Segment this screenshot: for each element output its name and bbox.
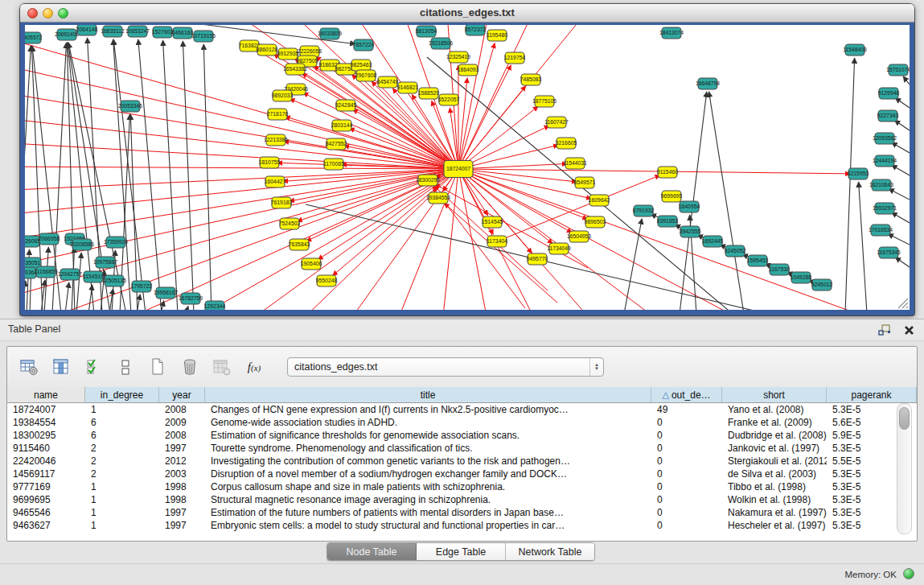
table-cell-year[interactable]: 1998 [159,480,205,493]
table-cell-name[interactable]: 18300295 [7,429,85,442]
column-header-year[interactable]: year [159,387,205,402]
table-cell-short[interactable]: Franke et al. (2009) [722,416,827,429]
table-cell-out-de[interactable]: 0 [651,493,722,506]
table-cell-title[interactable]: Corpus callosum shape and size in male p… [205,480,651,493]
table-cell-name[interactable]: 19384554 [7,416,85,429]
table-cell-short[interactable]: de Silva et al. (2003) [722,468,827,480]
table-cell-year[interactable]: 1997 [159,506,205,519]
table-cell-year[interactable]: 2008 [159,429,205,442]
table-cell-year[interactable]: 1998 [159,493,205,506]
table-row[interactable]: 1938455462009Genome-wide association stu… [7,416,917,429]
new-table-icon[interactable] [147,357,168,377]
table-cell-year[interactable]: 2008 [159,403,205,416]
show-columns-icon[interactable] [51,357,72,377]
table-cell-short[interactable]: Stergiakouli et al. (2012) [722,455,827,468]
table-cell-out-de[interactable]: 49 [651,403,722,416]
window-titlebar[interactable]: citations_edges.txt [20,4,914,23]
table-scrollbar-thumb[interactable] [899,407,910,430]
function-builder-icon[interactable]: f(x) [244,357,265,377]
table-cell-name[interactable]: 9465546 [7,506,85,519]
table-cell-title[interactable]: Changes of HCN gene expression and I(f) … [205,403,651,416]
select-rows-icon[interactable] [83,357,104,377]
table-cell-title[interactable]: Investigating the contribution of common… [205,455,651,468]
table-cell-year[interactable]: 1997 [159,442,205,455]
column-header-short[interactable]: short [722,387,827,402]
memory-status-label: Memory: OK [844,570,897,579]
row-height-icon[interactable] [115,357,136,377]
table-row[interactable]: 911546021997Tourette syndrome. Phenomeno… [7,442,917,455]
table-cell-short[interactable]: Hescheler et al. (1997) [722,519,827,532]
network-graph[interactable]: 1872400771638228860128891293522226058982… [25,25,910,310]
table-cell-name[interactable]: 9777169 [7,480,85,493]
table-cell-title[interactable]: Estimation of the future numbers of pati… [205,506,651,519]
table-cell-year[interactable]: 2012 [159,455,205,468]
table-cell-name[interactable]: 9699695 [7,493,85,506]
close-panel-icon[interactable] [901,323,916,337]
table-scrollbar[interactable] [897,403,912,534]
tab-edge-table[interactable]: Edge Table [417,543,506,560]
table-cell-title[interactable]: Estimation of significance thresholds fo… [205,429,651,442]
network-canvas[interactable]: 1872400771638228860128891293522226058982… [25,25,910,310]
canvas-resize-grip[interactable] [898,299,908,308]
table-cell-short[interactable]: Wolkin et al. (1998) [722,493,827,506]
table-row[interactable]: 977716911998Corpus callosum shape and si… [7,480,917,493]
table-cell-name[interactable]: 14569117 [7,468,85,480]
table-cell-out-de[interactable]: 0 [651,506,722,519]
table-cell-short[interactable]: Tibbo et al. (1998) [722,480,827,493]
column-header-pagerank[interactable]: pagerank [827,387,917,402]
table-cell-in-degree[interactable]: 1 [85,506,159,519]
table-cell-in-degree[interactable]: 1 [85,480,159,493]
table-cell-title[interactable]: Tourette syndrome. Phenomenology and cla… [205,442,651,455]
table-cell-year[interactable]: 2003 [159,468,205,480]
column-header-in-degree[interactable]: in_degree [85,387,159,402]
table-row[interactable]: 1456911722003Disruption of a novel membe… [7,468,917,480]
table-cell-out-de[interactable]: 0 [651,442,722,455]
table-row[interactable]: 1872400712008Changes of HCN gene express… [7,403,917,416]
table-cell-out-de[interactable]: 0 [651,468,722,480]
table-cell-in-degree[interactable]: 1 [85,403,159,416]
table-cell-short[interactable]: Jankovic et al. (1997) [722,442,827,455]
column-header-title[interactable]: title [205,387,651,402]
table-cell-name[interactable]: 22420046 [7,455,85,468]
table-cell-short[interactable]: Nakamura et al. (1997) [722,506,827,519]
table-cell-year[interactable]: 1997 [159,519,205,532]
table-cell-title[interactable]: Embryonic stem cells: a model to study s… [205,519,651,532]
table-cell-short[interactable]: Yano et al. (2008) [722,403,827,416]
table-cell-in-degree[interactable]: 6 [85,429,159,442]
table-cell-name[interactable]: 9463627 [7,519,85,532]
table-row[interactable]: 969969511998Structural magnetic resonanc… [7,493,917,506]
table-cell-in-degree[interactable]: 2 [85,455,159,468]
table-cell-in-degree[interactable]: 2 [85,468,159,480]
table-cell-out-de[interactable]: 0 [651,429,722,442]
table-cell-in-degree[interactable]: 1 [85,519,159,532]
delete-table-icon[interactable] [211,357,232,377]
table-cell-in-degree[interactable]: 6 [85,416,159,429]
table-cell-out-de[interactable]: 0 [651,480,722,493]
table-cell-in-degree[interactable]: 2 [85,442,159,455]
table-row[interactable]: 1830029562008Estimation of significance … [7,429,917,442]
table-cell-out-de[interactable]: 0 [651,416,722,429]
table-row[interactable]: 2242004622012Investigating the contribut… [7,455,917,468]
delete-rows-icon[interactable] [179,357,200,377]
column-header-name[interactable]: name [7,387,85,402]
table-cell-title[interactable]: Disruption of a novel member of a sodium… [205,468,651,480]
table-cell-out-de[interactable]: 0 [651,519,722,532]
float-panel-icon[interactable] [877,323,892,337]
table-row[interactable]: 946554611997Estimation of the future num… [7,506,917,519]
tab-node-table[interactable]: Node Table [327,543,417,560]
table-cell-name[interactable]: 18724007 [7,403,85,416]
table-selector[interactable]: citations_edges.txt ▲▼ [287,357,604,377]
table-cell-year[interactable]: 2009 [159,416,205,429]
graph-edge [25,134,458,169]
column-header-out-de[interactable]: △out_de… [651,387,722,402]
table-cell-name[interactable]: 9115460 [7,442,85,455]
tab-network-table[interactable]: Network Table [506,543,594,560]
table-cell-out-de[interactable]: 0 [651,455,722,468]
table-cell-short[interactable]: Dudbridge et al. (2008) [722,429,827,442]
memory-status-icon[interactable] [903,568,914,579]
table-cell-title[interactable]: Genome-wide association studies in ADHD. [205,416,651,429]
table-row[interactable]: 946362711997Embryonic stem cells: a mode… [7,519,917,532]
table-cell-in-degree[interactable]: 1 [85,493,159,506]
table-cell-title[interactable]: Structural magnetic resonance image aver… [205,493,651,506]
table-settings-icon[interactable] [18,357,39,377]
